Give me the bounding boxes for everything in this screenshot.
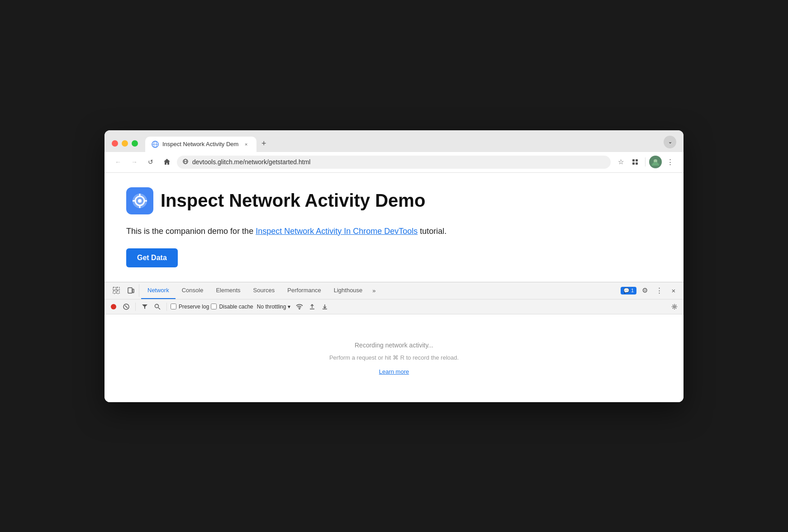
nav-bar: ← → ↺ ☆ [104, 152, 684, 173]
get-data-button[interactable]: Get Data [126, 248, 178, 267]
devtools-settings-button[interactable]: ⚙ [638, 284, 651, 297]
disable-cache-label: Disable cache [219, 304, 253, 310]
selector-tool-button[interactable] [110, 284, 123, 297]
devtools-close-button[interactable]: × [667, 284, 680, 297]
record-stop-icon [110, 304, 117, 310]
svg-line-26 [125, 305, 128, 308]
network-settings-button[interactable] [669, 301, 680, 312]
network-settings-icon [671, 304, 678, 310]
reload-icon: ↺ [148, 158, 153, 166]
home-icon [163, 158, 171, 166]
empty-state-title: Recording network activity... [355, 342, 433, 349]
tab-close-button[interactable]: × [242, 140, 250, 148]
preserve-log-input[interactable] [171, 304, 176, 309]
device-icon [127, 287, 134, 294]
preserve-log-checkbox[interactable]: Preserve log [171, 304, 209, 310]
chrome-menu-button[interactable]: ⋮ [664, 156, 676, 168]
maximize-traffic-light[interactable] [132, 140, 138, 147]
network-toolbar: Preserve log Disable cache No throttling… [104, 299, 684, 314]
tab-dropdown-button[interactable]: ⌄ [664, 136, 676, 148]
close-traffic-light[interactable] [112, 140, 118, 147]
svg-point-29 [299, 309, 300, 309]
extensions-button[interactable] [629, 156, 641, 168]
search-button[interactable] [152, 301, 163, 312]
toolbar-divider-2 [166, 303, 167, 311]
security-icon [182, 158, 189, 166]
devtools-panel: Network Console Elements Sources Perform… [104, 282, 684, 402]
tab-dropdown[interactable]: ⌄ [664, 136, 676, 152]
svg-rect-8 [632, 162, 635, 165]
svg-rect-6 [632, 159, 635, 162]
nav-actions: ☆ ⋮ [614, 156, 676, 168]
download-har-button[interactable] [319, 301, 330, 312]
tab-elements[interactable]: Elements [209, 282, 247, 299]
url-input[interactable] [192, 158, 605, 166]
device-toggle-button[interactable] [124, 284, 137, 297]
tab-sources[interactable]: Sources [247, 282, 281, 299]
menu-icon: ⋮ [667, 158, 674, 166]
back-button[interactable]: ← [112, 156, 124, 168]
new-tab-button[interactable]: + [256, 138, 271, 152]
message-icon: 💬 [623, 288, 630, 294]
tab-lighthouse[interactable]: Lighthouse [328, 282, 369, 299]
throttle-arrow-icon: ▾ [288, 304, 290, 310]
svg-point-13 [138, 199, 142, 203]
forward-icon: → [131, 158, 138, 166]
svg-rect-7 [636, 159, 638, 162]
svg-rect-21 [117, 291, 119, 294]
clear-button[interactable] [121, 301, 132, 312]
devtools-more-button[interactable]: ⋮ [653, 284, 665, 297]
forward-button[interactable]: → [128, 156, 141, 168]
download-icon [322, 304, 328, 310]
preserve-log-label: Preserve log [179, 304, 209, 310]
upload-icon [309, 304, 315, 310]
active-tab[interactable]: Inspect Network Activity Dem × [145, 137, 256, 152]
devtools-logo-icon [131, 192, 149, 210]
browser-window: Inspect Network Activity Dem × + ⌄ ← → ↺ [104, 130, 684, 402]
toolbar-divider-1 [135, 303, 136, 311]
disable-cache-checkbox[interactable]: Disable cache [211, 304, 253, 310]
more-options-icon: ⋮ [656, 286, 663, 294]
svg-rect-19 [117, 287, 119, 290]
disable-cache-input[interactable] [211, 304, 217, 309]
upload-har-button[interactable] [307, 301, 318, 312]
filter-button[interactable] [139, 301, 150, 312]
devtools-tab-list: Network Console Elements Sources Perform… [141, 282, 621, 299]
svg-rect-18 [113, 287, 116, 290]
wifi-icon-button[interactable] [294, 301, 305, 312]
minimize-traffic-light[interactable] [122, 140, 128, 147]
tab-console[interactable]: Console [176, 282, 210, 299]
svg-rect-20 [113, 291, 116, 294]
throttle-selector[interactable]: No throttling ▾ [255, 303, 293, 311]
nav-divider [645, 157, 646, 166]
page-heading: Inspect Network Activity Demo [126, 187, 662, 214]
devtools-link[interactable]: Inspect Network Activity In Chrome DevTo… [256, 227, 418, 236]
svg-point-32 [674, 306, 675, 308]
devtools-tab-actions: 💬 1 ⚙ ⋮ × [621, 284, 680, 297]
record-stop-button[interactable] [108, 301, 119, 312]
console-messages-badge[interactable]: 💬 1 [621, 287, 636, 294]
devtools-tabs-bar: Network Console Elements Sources Perform… [104, 282, 684, 299]
close-devtools-icon: × [672, 287, 676, 294]
learn-more-link[interactable]: Learn more [379, 368, 409, 375]
throttle-label: No throttling [257, 304, 286, 310]
home-button[interactable] [161, 156, 173, 168]
page-logo [126, 187, 153, 214]
address-bar[interactable] [177, 156, 611, 169]
tab-favicon [152, 141, 159, 148]
reload-button[interactable]: ↺ [144, 156, 157, 168]
network-empty-state: Recording network activity... Perform a … [104, 314, 684, 402]
devtools-tools-group [108, 284, 139, 297]
page-content: Inspect Network Activity Demo This is th… [104, 173, 684, 282]
svg-rect-22 [128, 288, 132, 293]
page-title: Inspect Network Activity Demo [161, 190, 425, 211]
more-tabs-button[interactable]: » [369, 283, 379, 299]
search-icon [154, 304, 161, 310]
tab-performance[interactable]: Performance [281, 282, 327, 299]
tab-network[interactable]: Network [141, 282, 176, 299]
bookmark-button[interactable]: ☆ [614, 156, 627, 168]
profile-avatar[interactable] [649, 156, 662, 168]
back-icon: ← [115, 158, 121, 166]
extensions-icon [631, 158, 639, 166]
avatar-icon [651, 157, 660, 166]
